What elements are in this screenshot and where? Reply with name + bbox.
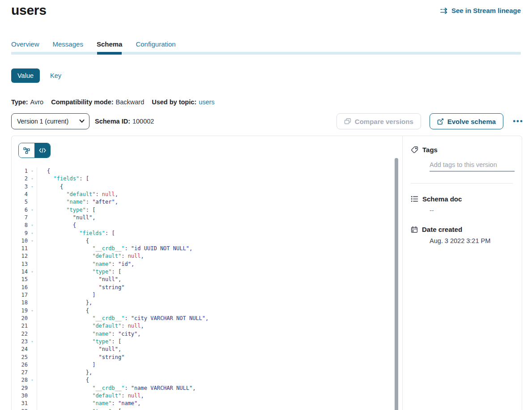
key-toggle-button[interactable]: Key <box>50 72 61 79</box>
line-number: 6 <box>12 206 28 214</box>
code-text: "name": "city", <box>37 330 393 338</box>
code-editor-content[interactable]: 1▾{2▾ "fields": [3▾ {4 "default": null,5… <box>12 167 393 410</box>
fold-toggle-icon[interactable]: ▾ <box>28 338 37 346</box>
fold-spacer <box>28 276 37 283</box>
code-line: 28▾ { <box>12 376 393 384</box>
code-text: "string" <box>37 354 393 361</box>
line-number: 28 <box>12 376 28 384</box>
tab-overview[interactable]: Overview <box>11 40 39 48</box>
schema-id-field: Schema ID:100002 <box>95 118 154 125</box>
line-number: 32 <box>12 408 28 410</box>
version-select[interactable]: Version 1 (current) <box>11 113 89 129</box>
code-text: ] <box>37 291 393 299</box>
value-toggle-button[interactable]: Value <box>11 68 40 83</box>
line-number: 9 <box>12 230 28 237</box>
line-number: 5 <box>12 198 28 206</box>
fold-toggle-icon[interactable]: ▾ <box>28 230 37 237</box>
used-by-topic-link[interactable]: users <box>199 98 214 106</box>
code-text: "type": [ <box>37 338 393 346</box>
line-number: 21 <box>12 322 28 330</box>
fold-toggle-icon[interactable]: ▾ <box>28 408 37 410</box>
type-value: Avro <box>30 98 44 106</box>
schema-page: users See in Stream lineage Overview Mes… <box>0 0 532 410</box>
schema-panel: 1▾{2▾ "fields": [3▾ {4 "default": null,5… <box>11 136 522 410</box>
code-text: "default": null, <box>37 392 393 400</box>
line-number: 13 <box>12 261 28 268</box>
value-key-toggle: Value Key <box>11 68 61 83</box>
type-field: Type:Avro <box>11 98 43 106</box>
fold-toggle-icon[interactable]: ▾ <box>28 376 37 384</box>
code-line: 2▾ "fields": [ <box>12 175 393 183</box>
code-line: 4 "default": null, <box>12 191 393 198</box>
more-actions-button[interactable]: ••• <box>512 117 524 126</box>
fold-spacer <box>28 245 37 252</box>
code-text: "fields": [ <box>37 175 393 183</box>
fold-toggle-icon[interactable]: ▾ <box>28 307 37 315</box>
fold-spacer <box>28 214 37 222</box>
code-line: 19▾ { <box>12 307 393 315</box>
evolve-schema-icon <box>437 118 444 125</box>
code-text: { <box>37 376 393 384</box>
fold-spacer <box>28 330 37 338</box>
line-number: 27 <box>12 369 28 376</box>
line-number: 15 <box>12 276 28 283</box>
line-number: 12 <box>12 252 28 260</box>
code-text: "string" <box>37 284 393 291</box>
add-tags-input[interactable] <box>430 161 515 171</box>
code-line: 25 "string" <box>12 354 393 361</box>
page-title: users <box>11 3 47 18</box>
evolve-schema-button[interactable]: Evolve schema <box>430 113 503 129</box>
version-actions: Compare versions Evolve schema ••• <box>336 113 524 129</box>
line-number: 23 <box>12 338 28 346</box>
code-line: 20 "__crdb__": "city VARCHAR NOT NULL", <box>12 315 393 322</box>
fold-toggle-icon[interactable]: ▾ <box>28 183 37 191</box>
code-line: 12 "default": null, <box>12 252 393 260</box>
fold-toggle-icon[interactable]: ▾ <box>28 222 37 229</box>
fold-spacer <box>28 261 37 268</box>
fold-toggle-icon[interactable]: ▾ <box>28 237 37 245</box>
tab-configuration[interactable]: Configuration <box>136 40 175 48</box>
tree-view-button[interactable] <box>19 143 34 158</box>
tree-view-icon <box>23 147 30 154</box>
line-number: 30 <box>12 392 28 400</box>
code-line: 5 "name": "after", <box>12 198 393 206</box>
fold-spacer <box>28 252 37 260</box>
fold-toggle-icon[interactable]: ▾ <box>28 167 37 175</box>
see-in-stream-lineage-link[interactable]: See in Stream lineage <box>440 7 521 14</box>
tab-schema[interactable]: Schema <box>97 40 123 48</box>
line-number: 16 <box>12 284 28 291</box>
fold-toggle-icon[interactable]: ▾ <box>28 206 37 214</box>
line-number: 7 <box>12 214 28 222</box>
code-text: "null", <box>37 346 393 353</box>
code-line: 22 "name": "city", <box>12 330 393 338</box>
code-line: 14▾ "type": [ <box>12 268 393 276</box>
line-number: 17 <box>12 291 28 299</box>
tab-messages[interactable]: Messages <box>53 40 83 48</box>
compare-versions-button[interactable]: Compare versions <box>336 113 421 129</box>
code-text: }, <box>37 369 393 376</box>
code-text: "default": null, <box>37 191 393 198</box>
schema-doc-value: -- <box>430 207 515 214</box>
fold-toggle-icon[interactable]: ▾ <box>28 175 37 183</box>
line-number: 8 <box>12 222 28 229</box>
tag-icon <box>411 146 418 154</box>
code-view-button[interactable] <box>34 143 50 158</box>
schema-id-label: Schema ID: <box>95 118 130 125</box>
line-number: 26 <box>12 361 28 369</box>
line-number: 31 <box>12 400 28 407</box>
fold-spacer <box>28 361 37 369</box>
stream-lineage-icon <box>440 8 448 14</box>
code-text: { <box>37 307 393 315</box>
code-line: 17 ] <box>12 291 393 299</box>
code-line: 23▾ "type": [ <box>12 338 393 346</box>
line-number: 3 <box>12 183 28 191</box>
code-line: 27 }, <box>12 369 393 376</box>
schema-doc-section-header: Schema doc <box>411 195 515 203</box>
fold-spacer <box>28 191 37 198</box>
compare-versions-icon <box>344 118 351 124</box>
editor-scrollbar[interactable] <box>395 158 398 410</box>
fold-toggle-icon[interactable]: ▾ <box>28 268 37 276</box>
schema-sidebar: Tags Schema doc -- Date created <box>403 136 522 410</box>
code-text: "default": null, <box>37 322 393 330</box>
compatibility-field: Compatibility mode:Backward <box>51 98 144 106</box>
